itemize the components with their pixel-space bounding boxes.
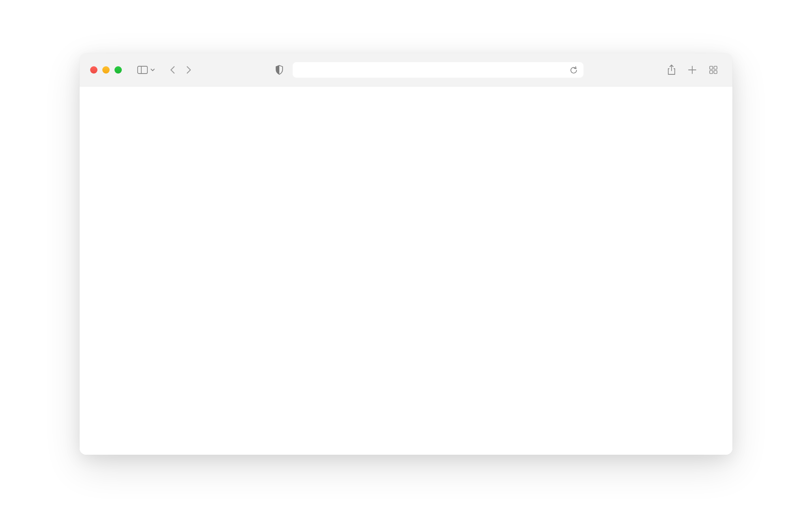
navigation-buttons xyxy=(170,65,192,74)
forward-icon xyxy=(186,65,192,74)
grid-icon xyxy=(709,65,718,74)
sidebar-toggle-icon xyxy=(137,66,148,74)
back-icon xyxy=(170,65,175,74)
center-section xyxy=(208,62,651,78)
reload-icon xyxy=(570,66,577,74)
plus-icon xyxy=(688,65,697,74)
forward-button[interactable] xyxy=(186,65,192,74)
sidebar-toggle-button[interactable] xyxy=(137,66,155,74)
svg-rect-0 xyxy=(138,66,147,74)
close-button[interactable] xyxy=(90,66,97,74)
toolbar xyxy=(80,53,732,87)
privacy-shield-icon xyxy=(275,65,283,75)
traffic-lights xyxy=(90,66,122,74)
share-button[interactable] xyxy=(667,65,676,75)
minimize-button[interactable] xyxy=(102,66,110,74)
right-section xyxy=(667,65,718,75)
svg-rect-7 xyxy=(714,70,717,74)
browser-window xyxy=(80,53,732,455)
svg-rect-4 xyxy=(710,66,713,69)
maximize-button[interactable] xyxy=(114,66,122,74)
tabs-overview-button[interactable] xyxy=(709,65,718,74)
share-icon xyxy=(667,65,676,75)
address-bar[interactable] xyxy=(292,62,584,78)
reload-button[interactable] xyxy=(570,66,577,74)
new-tab-button[interactable] xyxy=(688,65,697,74)
privacy-report-button[interactable] xyxy=(275,65,283,75)
chevron-down-icon xyxy=(150,68,155,72)
content-area xyxy=(80,87,732,455)
svg-rect-5 xyxy=(714,66,717,69)
back-button[interactable] xyxy=(170,65,175,74)
svg-rect-6 xyxy=(710,70,713,74)
address-input[interactable] xyxy=(299,65,570,74)
